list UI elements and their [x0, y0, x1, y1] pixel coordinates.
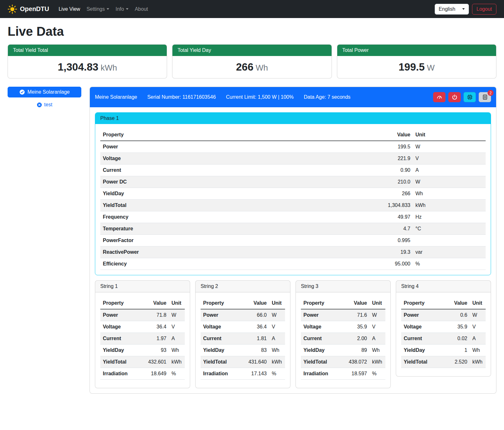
table-row: YieldTotal 2.520 kWh	[401, 356, 486, 368]
property-cell: Power	[100, 309, 143, 321]
property-cell: YieldDay	[100, 188, 370, 200]
value-cell: 4.7	[370, 223, 413, 235]
phase-card: Phase 1 Property Value Unit	[95, 112, 491, 275]
table-row: ReactivePower 19.3 var	[100, 246, 486, 258]
table-row: Power 66.0 W	[201, 309, 285, 321]
value-cell: 2.00	[343, 333, 370, 345]
page-title: Live Data	[8, 24, 496, 39]
property-cell: YieldDay	[301, 345, 343, 356]
column-header-value: Value	[444, 297, 470, 309]
inverter-sidebar: Meine Solaranlage test	[8, 87, 81, 108]
value-cell: 210.0	[370, 176, 413, 188]
value-cell: 432.601	[143, 356, 169, 368]
cpu-icon	[467, 94, 473, 100]
property-cell: YieldTotal	[100, 200, 370, 211]
table-row: Voltage 36.4 V	[201, 321, 285, 333]
column-header-property: Property	[100, 129, 370, 141]
card-body: 266Wh	[172, 56, 331, 78]
value-cell: 71.6	[343, 309, 370, 321]
unit-cell: Wh	[169, 345, 185, 356]
card-body: 199.5W	[337, 56, 496, 78]
event-log-button[interactable]: 2	[479, 92, 491, 102]
nav-right: English Logout	[435, 4, 496, 15]
table-row: Frequency 49.97 Hz	[100, 211, 486, 223]
string-title: String 1	[95, 281, 190, 292]
property-cell: Current	[301, 333, 343, 345]
unit-cell: W	[370, 309, 385, 321]
value-cell: 1.81	[243, 333, 270, 345]
inverter-name: Meine Solaranlage	[95, 94, 137, 100]
unit-cell: Hz	[413, 211, 486, 223]
value-cell: 438.072	[343, 356, 370, 368]
property-cell: YieldDay	[401, 345, 444, 356]
unit-cell: W	[269, 309, 285, 321]
navbar: OpenDTU Live View Settings Info About En…	[0, 0, 504, 18]
column-header-unit: Unit	[370, 297, 385, 309]
table-row: YieldTotal 1,304.833 kWh	[100, 200, 486, 211]
value-cell: 95.000	[370, 258, 413, 270]
unit-cell: A	[269, 333, 285, 345]
unit-cell: %	[169, 368, 185, 380]
unit-cell: %	[413, 258, 486, 270]
limit-settings-button[interactable]	[433, 92, 445, 102]
unit-cell: V	[370, 321, 385, 333]
unit-cell: W	[413, 176, 486, 188]
table-header-row: Property Value Unit	[301, 297, 385, 309]
nav-info[interactable]: Info	[112, 4, 132, 15]
string-title: String 4	[396, 281, 491, 292]
nav-settings[interactable]: Settings	[83, 4, 112, 15]
device-info-button[interactable]	[464, 92, 476, 102]
inverter-select-meine-solaranlage[interactable]: Meine Solaranlage	[8, 87, 81, 97]
brand-logo[interactable]: OpenDTU	[8, 4, 49, 14]
table-row: Voltage 35.9 V	[301, 321, 385, 333]
card-title: Total Yield Total	[8, 45, 167, 56]
inverter-card-header: Meine Solaranlage Serial Number: 1161716…	[90, 87, 496, 107]
inverter-data-age: Data Age: 7 seconds	[304, 94, 351, 100]
table-row: YieldDay 93 Wh	[100, 345, 185, 356]
sun-icon	[8, 4, 17, 14]
unit-cell: kWh	[470, 356, 486, 368]
nav-links: Live View Settings Info About	[55, 4, 151, 15]
unit-cell: var	[413, 246, 486, 258]
property-cell: Current	[201, 333, 243, 345]
table-row: Power 0.6 W	[401, 309, 486, 321]
property-cell: Current	[100, 165, 370, 176]
nav-about[interactable]: About	[132, 4, 151, 15]
property-cell: ReactivePower	[100, 246, 370, 258]
string-table: Property Value Unit Power	[201, 297, 285, 380]
phase-title: Phase 1	[95, 113, 491, 124]
value-cell: 199.5	[370, 141, 413, 153]
nav-live-view[interactable]: Live View	[55, 4, 83, 15]
string-table: Property Value Unit Power	[401, 297, 486, 368]
string-card-4: String 4 Property Value Unit	[396, 280, 491, 377]
logout-button[interactable]: Logout	[472, 4, 496, 15]
page-container: Live Data Total Yield Total 1,304.83kWh …	[0, 24, 504, 403]
column-header-property: Property	[100, 297, 143, 309]
unit-cell: kWh	[370, 356, 385, 368]
power-settings-button[interactable]	[448, 92, 461, 102]
table-row: Power 71.8 W	[100, 309, 185, 321]
table-row: YieldDay 83 Wh	[201, 345, 285, 356]
x-circle-icon	[37, 102, 42, 108]
unit-cell: W	[413, 141, 486, 153]
table-row: Irradiation 18.649 %	[100, 368, 185, 380]
property-cell: YieldTotal	[401, 356, 444, 368]
column-header-property: Property	[201, 297, 243, 309]
property-cell: Temperature	[100, 223, 370, 235]
summary-cards-row: Total Yield Total 1,304.83kWh Total Yiel…	[8, 44, 496, 78]
unit-cell	[413, 235, 486, 246]
language-select[interactable]: English	[435, 4, 469, 15]
journal-icon	[482, 94, 488, 100]
string-table: Property Value Unit Power	[301, 297, 385, 380]
inverter-action-buttons: 2	[433, 92, 491, 102]
inverter-select-test[interactable]: test	[8, 102, 81, 108]
table-row: Current 0.02 A	[401, 333, 486, 345]
column-header-unit: Unit	[413, 129, 486, 141]
column-header-unit: Unit	[470, 297, 486, 309]
value-cell: 2.520	[444, 356, 470, 368]
power-icon	[452, 94, 457, 100]
unit-cell: Wh	[370, 345, 385, 356]
string-body: Property Value Unit Power	[396, 292, 491, 376]
value-cell: 1	[444, 345, 470, 356]
unit-cell: Wh	[269, 345, 285, 356]
